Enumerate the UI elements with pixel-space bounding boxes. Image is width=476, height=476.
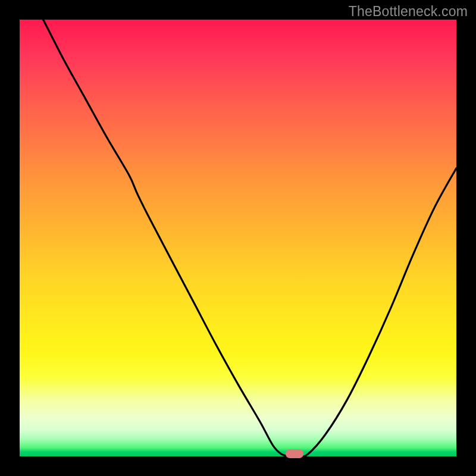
bottleneck-curve-svg (20, 20, 456, 456)
bottleneck-curve (43, 20, 456, 456)
bottleneck-marker (286, 449, 303, 458)
watermark-text: TheBottleneck.com (349, 4, 468, 20)
outer-frame: TheBottleneck.com (0, 0, 476, 476)
